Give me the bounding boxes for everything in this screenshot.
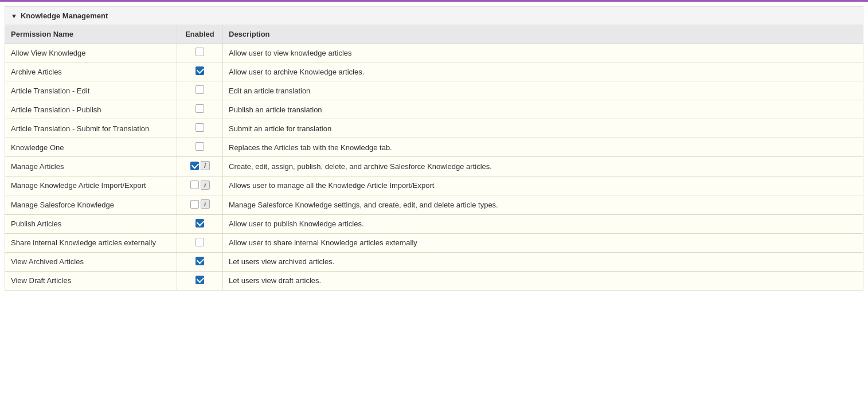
permission-enabled-cell: i — [177, 157, 223, 176]
permission-checkbox[interactable] — [196, 257, 204, 265]
permission-checkbox[interactable] — [190, 162, 199, 170]
section-title: Knowledge Management — [21, 11, 108, 20]
checkbox-wrapper — [196, 123, 204, 132]
checkbox-wrapper: i — [190, 181, 210, 190]
permission-name: Article Translation - Edit — [5, 81, 177, 100]
permission-checkbox[interactable] — [190, 181, 199, 189]
permission-description: Allow user to archive Knowledge articles… — [223, 62, 863, 81]
permission-description: Allow user to publish Knowledge articles… — [223, 214, 863, 233]
checkbox-wrapper: i — [190, 199, 210, 209]
table-row: Allow View KnowledgeAllow user to view k… — [5, 44, 863, 62]
permission-enabled-cell — [177, 44, 223, 62]
col-header-description: Description — [223, 25, 863, 44]
permission-description: Submit an article for translation — [223, 119, 863, 138]
table-body: Allow View KnowledgeAllow user to view k… — [5, 44, 863, 291]
permission-name: Manage Knowledge Article Import/Export — [5, 176, 177, 195]
checkbox-wrapper — [196, 104, 204, 113]
permission-enabled-cell — [177, 271, 223, 290]
permission-enabled-cell: i — [177, 195, 223, 215]
checkbox-wrapper — [196, 219, 204, 227]
checkbox-wrapper: i — [190, 161, 210, 170]
permission-name: Knowledge One — [5, 138, 177, 157]
permission-name: Manage Salesforce Knowledge — [5, 195, 177, 215]
table-row: Share internal Knowledge articles extern… — [5, 233, 863, 252]
header-row: Permission Name Enabled Description — [5, 25, 863, 44]
permission-name: Article Translation - Publish — [5, 100, 177, 119]
permission-name: View Draft Articles — [5, 271, 177, 290]
col-header-name: Permission Name — [5, 25, 177, 44]
permission-checkbox[interactable] — [196, 238, 204, 246]
permission-checkbox[interactable] — [196, 123, 204, 132]
table-row: Manage Knowledge Article Import/ExportiA… — [5, 176, 863, 195]
permission-checkbox[interactable] — [190, 200, 199, 209]
permission-name: Article Translation - Submit for Transla… — [5, 119, 177, 138]
permission-description: Publish an article translation — [223, 100, 863, 119]
table-row: Knowledge OneReplaces the Articles tab w… — [5, 138, 863, 157]
permission-checkbox[interactable] — [196, 48, 204, 56]
permission-description: Manage Salesforce Knowledge settings, an… — [223, 195, 863, 215]
checkbox-wrapper — [196, 238, 204, 246]
permission-name: Share internal Knowledge articles extern… — [5, 233, 177, 252]
page-container: ▼ Knowledge Management Permission Name E… — [0, 0, 868, 295]
permissions-table: Permission Name Enabled Description Allo… — [5, 25, 863, 291]
permission-name: Manage Articles — [5, 157, 177, 176]
permission-checkbox[interactable] — [196, 219, 204, 227]
permission-checkbox[interactable] — [196, 66, 204, 75]
permission-checkbox[interactable] — [196, 142, 204, 151]
permission-checkbox[interactable] — [196, 276, 204, 284]
permission-description: Allow user to view knowledge articles — [223, 44, 863, 62]
permission-description: Allow user to share internal Knowledge a… — [223, 233, 863, 252]
permission-enabled-cell — [177, 100, 223, 119]
table-row: View Draft ArticlesLet users view draft … — [5, 271, 863, 290]
info-icon[interactable]: i — [201, 181, 210, 190]
section-header: ▼ Knowledge Management — [5, 6, 863, 25]
table-row: Article Translation - EditEdit an articl… — [5, 81, 863, 100]
checkbox-wrapper — [196, 257, 204, 265]
permission-enabled-cell: i — [177, 176, 223, 195]
permission-enabled-cell — [177, 214, 223, 233]
table-row: View Archived ArticlesLet users view arc… — [5, 252, 863, 271]
permission-name: View Archived Articles — [5, 252, 177, 271]
table-row: Archive ArticlesAllow user to archive Kn… — [5, 62, 863, 81]
permission-enabled-cell — [177, 233, 223, 252]
permission-description: Replaces the Articles tab with the Knowl… — [223, 138, 863, 157]
permission-description: Let users view draft articles. — [223, 271, 863, 290]
permission-enabled-cell — [177, 62, 223, 81]
checkbox-wrapper — [196, 142, 204, 151]
permission-description: Edit an article translation — [223, 81, 863, 100]
checkbox-wrapper — [196, 66, 204, 75]
permission-description: Create, edit, assign, publish, delete, a… — [223, 157, 863, 176]
permission-enabled-cell — [177, 138, 223, 157]
permission-enabled-cell — [177, 119, 223, 138]
info-icon[interactable]: i — [201, 161, 210, 170]
info-icon[interactable]: i — [201, 199, 210, 209]
table-row: Manage ArticlesiCreate, edit, assign, pu… — [5, 157, 863, 176]
table-row: Manage Salesforce KnowledgeiManage Sales… — [5, 195, 863, 215]
table-row: Article Translation - Submit for Transla… — [5, 119, 863, 138]
permission-description: Let users view archived articles. — [223, 252, 863, 271]
permission-description: Allows user to manage all the Knowledge … — [223, 176, 863, 195]
col-header-enabled: Enabled — [177, 25, 223, 44]
checkbox-wrapper — [196, 276, 204, 284]
table-row: Article Translation - PublishPublish an … — [5, 100, 863, 119]
permission-enabled-cell — [177, 252, 223, 271]
table-row: Publish ArticlesAllow user to publish Kn… — [5, 214, 863, 233]
collapse-arrow[interactable]: ▼ — [11, 13, 17, 19]
permission-name: Publish Articles — [5, 214, 177, 233]
permission-checkbox[interactable] — [196, 85, 204, 94]
checkbox-wrapper — [196, 48, 204, 56]
permission-checkbox[interactable] — [196, 104, 204, 113]
permission-enabled-cell — [177, 81, 223, 100]
permission-name: Allow View Knowledge — [5, 44, 177, 62]
checkbox-wrapper — [196, 85, 204, 94]
table-header: Permission Name Enabled Description — [5, 25, 863, 44]
permission-name: Archive Articles — [5, 62, 177, 81]
